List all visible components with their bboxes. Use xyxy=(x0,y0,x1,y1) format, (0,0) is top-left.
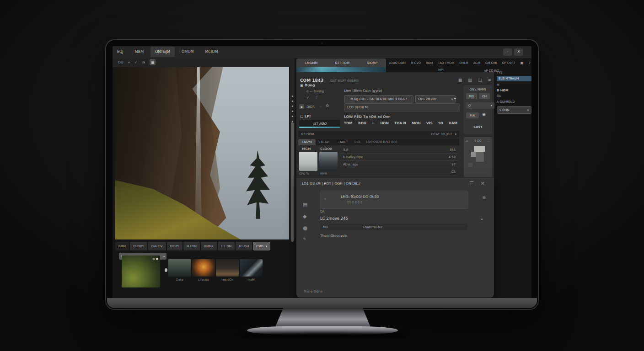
filter-tab[interactable]: HON xyxy=(380,121,389,125)
subtab-2[interactable]: FO-GH xyxy=(316,139,333,145)
filmstrip-thumb[interactable] xyxy=(168,259,191,277)
lock-icon[interactable]: ▫ xyxy=(466,139,468,143)
menu-item-3-active[interactable]: ONTGJM xyxy=(150,47,175,57)
active-underline xyxy=(299,127,340,128)
minimize-button[interactable]: – xyxy=(503,48,512,56)
piai-button[interactable]: PIAI xyxy=(466,112,479,118)
module-tab-3[interactable]: GIOMP xyxy=(367,61,377,65)
filmstrip-thumb[interactable] xyxy=(192,259,215,277)
close-button[interactable]: ✕ xyxy=(514,48,523,56)
table-row[interactable]: R.Balley Ope 4.50 xyxy=(340,154,458,161)
bottom-tab[interactable]: DUDOY xyxy=(130,242,147,250)
filmstrip-thumb[interactable] xyxy=(216,259,239,277)
date-banner[interactable]: ‹ LMG: 91/00/ DO OI:30 05 0 0 0 0 xyxy=(320,191,468,209)
sort-stack-icon[interactable]: ☰ xyxy=(469,181,474,186)
tab-item[interactable]: LODO DOM xyxy=(389,61,406,65)
thumb-grid-icon[interactable]: ▦ xyxy=(458,78,462,82)
tab-item[interactable]: M CVO xyxy=(411,61,421,65)
menu-item-5[interactable]: MCIOM xyxy=(200,47,222,57)
bg-panel-selected-row[interactable]: EUS MTRAUM xyxy=(497,76,531,81)
view-dropdown[interactable]: CMO ▾ xyxy=(253,242,270,250)
bottom-tab[interactable]: M LOM xyxy=(183,242,200,250)
swatch-icon[interactable]: ▪ xyxy=(299,104,304,109)
mini-thumb-2[interactable] xyxy=(319,152,338,171)
module-tab-2[interactable]: GTT TOM xyxy=(335,61,349,65)
briefcase-icon[interactable]: ▤ xyxy=(303,202,312,207)
filter-tab[interactable]: MOU xyxy=(412,121,421,125)
filmstrip-thumb[interactable] xyxy=(240,259,263,277)
table-row[interactable]: C5 xyxy=(340,168,458,176)
bottom-tab[interactable]: OMMK xyxy=(201,242,217,250)
subtab-3[interactable]: ~TAB xyxy=(333,139,349,145)
photo-viewport[interactable] xyxy=(115,67,289,239)
tab-item[interactable]: ROM xyxy=(426,61,433,65)
active-filter-button[interactable]: JST NGO xyxy=(299,120,340,128)
filter-tab[interactable]: VIS xyxy=(426,121,433,125)
table-value: 97 xyxy=(451,163,456,166)
checkbox-icon[interactable]: ▣ xyxy=(300,83,303,87)
filter-tab[interactable]: HAM xyxy=(449,121,457,125)
badge-icon: ◍ ● xyxy=(153,257,158,260)
grid-icon[interactable]: ▣ xyxy=(520,61,524,65)
tab-item[interactable]: TAO TMOM xyxy=(438,61,454,65)
chevron-down-icon[interactable]: ▾ xyxy=(455,133,456,136)
photo-scrollbar[interactable] xyxy=(290,67,295,239)
detail-row[interactable]: MO Chats'relHec xyxy=(320,223,467,230)
pen-icon[interactable]: ✎ xyxy=(303,237,312,241)
list-view-icon[interactable]: ▤ xyxy=(468,78,472,82)
module-tab-1[interactable]: LMGMM xyxy=(305,61,317,65)
grid-view-icon[interactable]: ▦ xyxy=(150,59,156,65)
tab-item[interactable]: OP O7F7 xyxy=(502,61,515,65)
long-option-button[interactable]: M Rg GMT – DA: DLA 98 OME 9 OGG? xyxy=(344,95,413,103)
circle-icon[interactable]: ● xyxy=(303,225,312,231)
tab-item[interactable]: 7 OG3 xyxy=(529,61,531,65)
filter-tab[interactable]: BOU xyxy=(358,121,366,125)
table-row[interactable]: 3.A 345 xyxy=(340,146,458,154)
bottom-tab[interactable]: BMM xyxy=(115,242,129,250)
sliders-icon[interactable]: ⚙ xyxy=(326,104,329,108)
bottom-tab[interactable]: DIOPY xyxy=(167,242,182,250)
dialog-close-icon[interactable]: ✕ xyxy=(481,181,485,186)
table-row[interactable]: Athe: age 97 xyxy=(340,161,458,168)
subtab-1-active[interactable]: LAGY9 xyxy=(298,139,316,145)
filter-tab[interactable]: ·· xyxy=(372,121,375,125)
menu-item-2[interactable]: MBM xyxy=(130,47,148,57)
filter-tab[interactable]: TOA N xyxy=(394,121,406,125)
mode-dropdown[interactable]: CNG 2M nor ▾ xyxy=(415,95,456,103)
tag-icon[interactable]: ◆ xyxy=(303,213,312,219)
bid-button[interactable]: BID xyxy=(466,93,477,99)
filmstrip-selected-thumb[interactable]: ◍ ● xyxy=(122,255,160,287)
value-chevron-icon[interactable]: ⌄ xyxy=(480,215,484,221)
mini-thumb-1[interactable] xyxy=(299,152,317,171)
loupe-icon[interactable]: ◔ xyxy=(142,58,145,64)
menu-item-4[interactable]: OMOM xyxy=(177,47,198,57)
checkbox-icon[interactable]: ▢ xyxy=(300,114,303,118)
bg-panel-dropdown[interactable]: S OHN ▾ xyxy=(497,106,531,114)
expand-icon[interactable]: ⛶ xyxy=(488,139,490,143)
bottom-tab[interactable]: M LOM xyxy=(236,242,252,250)
eye-icon[interactable]: ◉ xyxy=(482,112,486,117)
tab-item[interactable]: OHLM xyxy=(459,61,468,65)
bottom-tab[interactable]: OIA CIV xyxy=(148,242,166,250)
check-icon[interactable]: ✓ xyxy=(134,58,137,64)
panel-menu-icon[interactable]: ≡ xyxy=(488,78,491,82)
filter-tab[interactable]: 90 xyxy=(438,121,443,125)
scrollbar-thumb[interactable] xyxy=(291,122,294,242)
text-input[interactable]: LCD GEOR M xyxy=(344,103,460,112)
side-dropdown[interactable]: O ▾ xyxy=(466,102,494,109)
cm-button[interactable]: CM xyxy=(479,93,490,99)
filter-tab[interactable]: TOM xyxy=(344,121,353,125)
bottom-tab[interactable]: 1:1 OM xyxy=(218,242,235,250)
tab-item[interactable]: AGM xyxy=(473,61,480,65)
caret-icon[interactable]: ▾ xyxy=(128,58,130,64)
active-filter-label: JST NGO xyxy=(313,122,326,126)
tab-item[interactable]: GM OMI xyxy=(485,61,497,65)
sort-dropdown-value[interactable]: OCAT 30 [GI? xyxy=(431,133,452,136)
expand-chevron-icon[interactable]: ⌄ xyxy=(453,94,457,101)
menu-item-1[interactable]: EQJ xyxy=(113,47,128,57)
compare-icon[interactable]: ◫ xyxy=(478,78,482,82)
tone-picker[interactable]: ▫ 9 OG ⛶ xyxy=(464,137,492,177)
info-circle-icon[interactable]: ⊕ xyxy=(482,195,486,200)
chevron-left-icon[interactable]: ‹ xyxy=(324,197,326,201)
check-row[interactable]: ✓ xyxy=(306,96,309,100)
